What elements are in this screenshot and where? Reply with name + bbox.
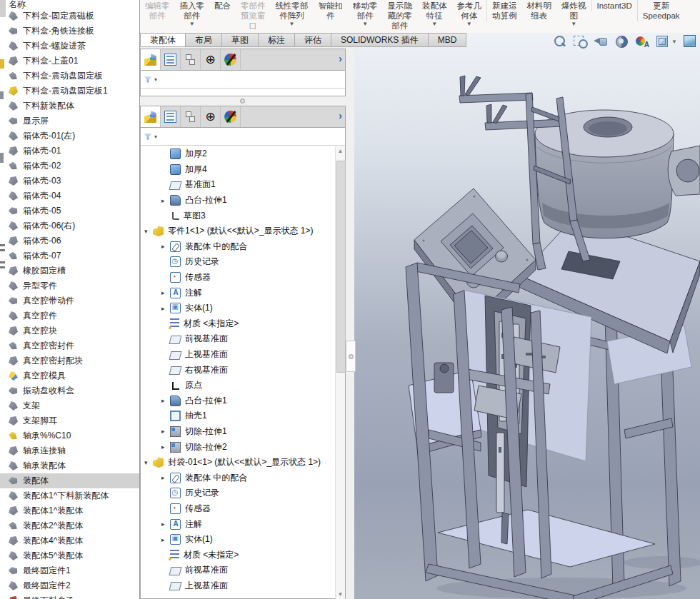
command-tab[interactable]: SOLIDWORKS 插件 [331, 34, 429, 46]
feature-tree-row[interactable]: 注解 [141, 285, 335, 301]
view-tool-icon[interactable] [552, 34, 566, 49]
panel-viewport-splitter[interactable] [346, 33, 354, 599]
panel-tab[interactable] [141, 49, 161, 70]
component-list-item[interactable]: 下料盒-角铁连接板 [0, 24, 139, 39]
component-list-item[interactable]: 箱体壳-01 [0, 144, 139, 158]
ribbon-button[interactable]: 显示隐 藏的零 部件 [383, 0, 418, 31]
component-list-item[interactable]: 显示屏 [0, 114, 139, 129]
heads-up-item[interactable] [614, 34, 630, 49]
ribbon-button[interactable]: 插入零 部件 ▼ [175, 0, 210, 27]
ribbon-button[interactable]: 线性零部 件阵列 ▼ [271, 0, 314, 27]
component-list-item[interactable]: 真空腔密封件 [0, 338, 139, 353]
view-tool-icon[interactable] [614, 34, 629, 49]
command-tab[interactable]: 标注 [259, 34, 295, 46]
component-list-item[interactable]: 真空腔块 [0, 323, 139, 338]
component-list-item[interactable]: 装配体4^装配体 [0, 533, 139, 548]
component-list-item[interactable]: 轴承连接轴 [0, 443, 139, 458]
component-list-item[interactable]: 橡胶固定槽 [0, 263, 139, 278]
component-list-item[interactable]: 最终固定件1 [0, 563, 139, 578]
panel-tab[interactable] [141, 106, 161, 127]
ribbon-button[interactable]: 新建运 动算例 [486, 0, 522, 21]
heads-up-item[interactable] [635, 34, 651, 49]
feature-tree-row[interactable]: 基准面1 [141, 177, 335, 193]
panel-tab[interactable]: ⊕ [201, 106, 221, 127]
expand-arrow-icon[interactable] [161, 243, 169, 250]
feature-tree-row[interactable]: 上视基准面 [141, 347, 335, 363]
feature-tree-row[interactable]: 切除-拉伸1 [141, 424, 335, 440]
feature-tree-row[interactable]: 抽壳1 [141, 408, 335, 424]
chevron-right-icon[interactable]: › [339, 109, 342, 121]
expand-arrow-icon[interactable] [161, 536, 169, 543]
tree-scrollbar[interactable]: ▲ ▼ [335, 146, 345, 599]
command-tab[interactable]: 评估 [295, 34, 331, 46]
expand-arrow-icon[interactable] [161, 305, 169, 312]
feature-tree-row[interactable]: 材质 <未指定> [141, 316, 335, 332]
component-list-item[interactable]: 真空腔密封配块 [0, 353, 139, 368]
feature-tree-row[interactable]: 加厚2 [141, 146, 335, 162]
component-list-item[interactable]: 下料盒-螺旋进茶 [0, 39, 139, 54]
expand-arrow-icon[interactable] [161, 197, 169, 204]
component-list-item[interactable]: 箱体壳-06 [0, 233, 139, 248]
feature-tree-row[interactable]: 加厚4 [141, 162, 335, 178]
component-list-item[interactable]: 支架 [0, 398, 139, 413]
panel-tab[interactable] [221, 49, 241, 70]
feature-tree-row[interactable]: 零件1<1> (默认<<默认>_显示状态 1>) [141, 223, 335, 239]
command-tab[interactable]: 装配体 [141, 34, 186, 46]
component-list-item[interactable]: 异型零件 [0, 278, 139, 293]
scroll-down-arrow-icon[interactable]: ▼ [336, 590, 345, 599]
view-tool-icon[interactable] [635, 34, 649, 49]
component-list-item[interactable]: 真空腔件 [0, 308, 139, 323]
feature-tree-row[interactable]: 封袋-01<1> (默认<<默认>_显示状态 1>) [141, 455, 335, 470]
command-tab[interactable]: MBD [429, 34, 467, 46]
graphics-viewport[interactable]: ▼ [354, 33, 700, 599]
heads-up-item[interactable] [552, 34, 568, 49]
panel-tab[interactable] [221, 106, 241, 127]
component-list-item[interactable]: 下料盒-震动盘固定板1 [0, 84, 139, 99]
splitter-handle[interactable] [346, 341, 356, 372]
component-list-item[interactable]: 装配体 [0, 473, 139, 488]
component-list-item[interactable]: 轴承%%C10 [0, 428, 139, 443]
horizontal-splitter[interactable] [140, 96, 346, 106]
component-list-item[interactable]: 真空腔带动件 [0, 293, 139, 308]
component-list-item[interactable]: 箱体壳-06(右) [0, 218, 139, 233]
expand-arrow-icon[interactable] [161, 289, 169, 296]
component-list-item[interactable]: 振动盘收料盒 [0, 383, 139, 398]
ribbon-button[interactable]: 爆炸视 图 ▼ [556, 0, 591, 27]
component-list-item[interactable]: 下料盒-固定震磁板 [0, 9, 139, 24]
ribbon-button[interactable]: 装配体 特征 ▼ [417, 0, 452, 27]
component-list-item[interactable]: 轴承装配体 [0, 458, 139, 473]
component-list-item[interactable]: 装配体1^下料新装配体 [0, 488, 139, 503]
panel-tab[interactable] [161, 49, 181, 70]
feature-tree-row[interactable]: 凸台-拉伸1 [141, 393, 335, 409]
feature-tree-row[interactable]: 装配体 中的配合 [141, 239, 335, 255]
feature-tree-row[interactable]: 切除-拉伸2 [141, 439, 335, 455]
scrollbar-thumb[interactable] [336, 161, 346, 373]
expand-arrow-icon[interactable] [161, 474, 169, 481]
feature-tree-row[interactable]: 草图3 [141, 208, 335, 223]
view-tool-icon[interactable] [594, 34, 608, 49]
feature-tree-row[interactable]: 右视基准面 [141, 362, 335, 378]
heads-up-item[interactable] [573, 34, 589, 49]
component-list-item[interactable]: 箱体壳-03 [0, 173, 139, 188]
feature-tree-row[interactable]: 历史记录 [141, 254, 335, 270]
chevron-right-icon[interactable]: › [339, 52, 342, 64]
expand-arrow-icon[interactable] [161, 397, 169, 404]
feature-tree-row[interactable]: 装配体 中的配合 [141, 470, 335, 485]
feature-tree-row[interactable]: 前视基准面 [141, 563, 335, 578]
machine-3d-model[interactable] [354, 33, 700, 599]
component-list-item[interactable]: 箱体壳-01(左) [0, 129, 139, 144]
feature-tree-row[interactable]: 原点 [141, 378, 335, 393]
ribbon-button[interactable]: 材料明 细表 [522, 0, 557, 21]
panel-tab[interactable] [181, 106, 201, 127]
expand-arrow-icon[interactable] [144, 459, 152, 466]
ribbon-button[interactable]: 配合 [209, 0, 236, 11]
feature-tree-row[interactable]: 传感器 [141, 270, 335, 286]
component-list-item[interactable]: 箱体壳-02 [0, 158, 139, 173]
view-tool-icon[interactable] [573, 34, 587, 49]
feature-tree-row[interactable]: 上视基准面 [141, 578, 335, 594]
component-list-item[interactable]: 支架脚耳 [0, 413, 139, 428]
feature-tree-row[interactable]: 材质 <未指定> [141, 547, 335, 563]
component-list-item[interactable]: 最终固定件2 [0, 578, 139, 593]
component-list-item[interactable]: 最终下料盒子 [0, 593, 139, 599]
scroll-up-arrow-icon[interactable]: ▲ [336, 146, 345, 156]
